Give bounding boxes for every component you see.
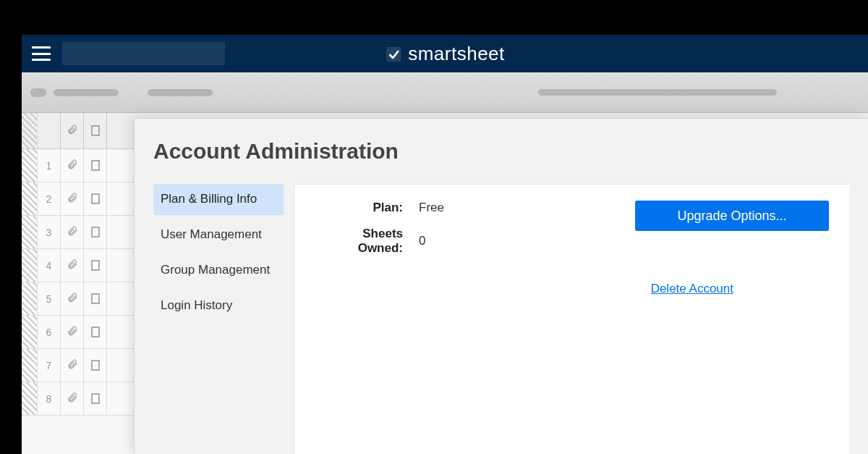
modal-nav-item[interactable]: Plan & Billing Info: [153, 184, 284, 215]
paperclip-icon: [67, 124, 78, 138]
comment-cell[interactable]: [84, 149, 107, 182]
attachment-cell[interactable]: [61, 182, 84, 215]
toolbar-stub: [148, 89, 213, 96]
toolbar-stub: [538, 89, 777, 96]
comment-cell[interactable]: [84, 316, 107, 348]
plan-billing-panel: Plan: Free Sheets Owned: 0 Upgrade Optio…: [294, 184, 849, 454]
row-number: 5: [38, 282, 61, 315]
upgrade-options-button[interactable]: Upgrade Options...: [635, 201, 829, 231]
row-handle[interactable]: [22, 316, 38, 348]
modal-nav-item[interactable]: Login History: [153, 290, 284, 321]
comment-cell[interactable]: [84, 216, 107, 248]
sheets-owned-label: Sheets Owned:: [315, 227, 409, 256]
delete-account-link[interactable]: Delete Account: [651, 282, 733, 296]
modal-nav: Plan & Billing InfoUser ManagementGroup …: [153, 184, 284, 454]
comment-cell[interactable]: [84, 382, 107, 415]
row-number: 4: [38, 249, 61, 282]
row-handle[interactable]: [22, 182, 38, 215]
row-handle[interactable]: [22, 382, 38, 415]
row-handle[interactable]: [22, 249, 38, 282]
brand-logo: smartsheet: [385, 43, 505, 65]
modal-title: Account Administration: [153, 139, 849, 164]
plan-label: Plan:: [315, 201, 409, 215]
attachment-cell[interactable]: [61, 316, 84, 348]
svg-rect-0: [387, 48, 400, 61]
sheets-owned-value: 0: [409, 234, 425, 248]
menu-icon[interactable]: [32, 46, 51, 61]
comment-cell[interactable]: [84, 349, 107, 382]
row-number: 1: [38, 149, 61, 182]
comment-cell[interactable]: [84, 182, 107, 215]
row-handle[interactable]: [22, 282, 38, 315]
toolbar-stub: [30, 88, 46, 97]
row-number: 2: [38, 182, 61, 215]
row-handle[interactable]: [22, 349, 38, 382]
row-number: 3: [38, 216, 61, 248]
row-handle[interactable]: [22, 216, 38, 248]
attachment-cell[interactable]: [61, 249, 84, 282]
toolbar-placeholder: [22, 72, 868, 113]
smartsheet-icon: [385, 46, 402, 63]
row-number: 6: [38, 316, 61, 348]
attachment-cell[interactable]: [61, 382, 84, 415]
row-number: 8: [38, 382, 61, 415]
modal-nav-item[interactable]: User Management: [153, 219, 284, 251]
modal-nav-item[interactable]: Group Management: [153, 255, 284, 286]
row-handle[interactable]: [22, 149, 38, 182]
attachment-cell[interactable]: [61, 282, 84, 315]
attachment-cell[interactable]: [61, 216, 84, 248]
comment-cell[interactable]: [84, 282, 107, 315]
attachment-cell[interactable]: [61, 349, 84, 382]
document-icon: [91, 125, 100, 136]
account-admin-modal: Account Administration Plan & Billing In…: [134, 118, 868, 454]
search-input[interactable]: [62, 42, 225, 65]
brand-name: smartsheet: [408, 43, 505, 65]
comment-cell[interactable]: [84, 249, 107, 282]
toolbar-stub: [54, 89, 119, 96]
row-number: 7: [38, 349, 61, 382]
attachment-cell[interactable]: [61, 149, 84, 182]
header-bar: smartsheet: [22, 35, 868, 72]
plan-value: Free: [409, 201, 444, 215]
